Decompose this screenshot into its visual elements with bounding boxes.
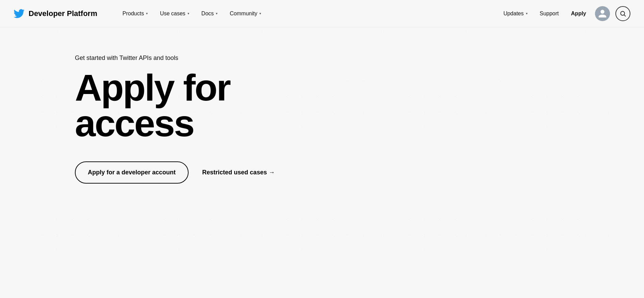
nav-right-items: Updates ▾ Support Apply [500,6,630,21]
nav-item-use-cases[interactable]: Use cases ▾ [155,8,194,19]
twitter-bird-icon [14,8,25,19]
chevron-down-icon: ▾ [259,12,261,15]
svg-line-1 [624,15,626,16]
user-avatar-button[interactable] [595,6,610,21]
nav-apply-link[interactable]: Apply [568,8,590,19]
hero-subtitle: Get started with Twitter APIs and tools [75,54,644,62]
nav-item-docs[interactable]: Docs ▾ [197,8,222,19]
hero-title: Apply for access [75,70,644,141]
navbar: Developer Platform Products ▾ Use cases … [0,0,644,27]
brand-title: Developer Platform [29,9,97,18]
restricted-use-cases-link[interactable]: Restricted used cases → [202,169,275,176]
chevron-down-icon: ▾ [526,12,528,15]
chevron-down-icon: ▾ [146,12,148,15]
search-icon [619,10,626,17]
apply-developer-account-button[interactable]: Apply for a developer account [75,161,189,184]
nav-item-community[interactable]: Community ▾ [225,8,266,19]
nav-item-support[interactable]: Support [536,8,562,19]
hero-section: Get started with Twitter APIs and tools … [0,27,644,298]
brand-logo-link[interactable]: Developer Platform [14,8,97,19]
chevron-down-icon: ▾ [216,12,218,15]
nav-item-products[interactable]: Products ▾ [118,8,152,19]
nav-item-updates[interactable]: Updates ▾ [500,8,531,19]
user-avatar-icon [598,9,607,18]
nav-center-items: Products ▾ Use cases ▾ Docs ▾ Community … [118,8,266,19]
hero-title-line2: access [75,102,194,144]
search-button[interactable] [615,6,630,21]
chevron-down-icon: ▾ [188,12,189,15]
hero-actions: Apply for a developer account Restricted… [75,161,644,184]
